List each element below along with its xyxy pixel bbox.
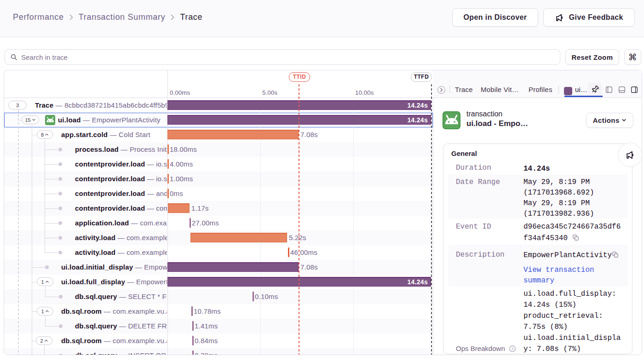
svg-text:?: ?	[512, 347, 514, 351]
